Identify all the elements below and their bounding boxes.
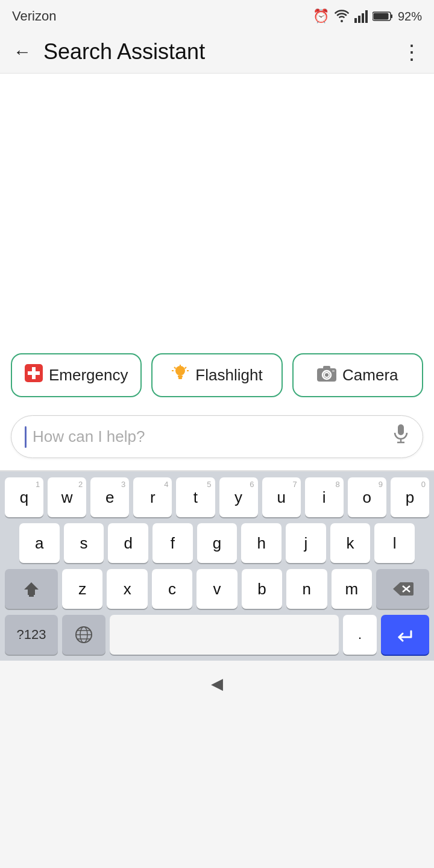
svg-point-10 — [175, 366, 185, 376]
key-q[interactable]: q1 — [5, 477, 43, 517]
battery-icon — [373, 11, 393, 22]
key-t[interactable]: t5 — [176, 477, 215, 517]
key-p[interactable]: p0 — [391, 477, 429, 517]
nav-bar: ◀ — [0, 661, 434, 704]
svg-rect-5 — [391, 14, 392, 18]
key-v[interactable]: v — [197, 569, 237, 609]
search-bar-wrap: How can I help? — [0, 408, 434, 470]
svg-rect-21 — [323, 366, 330, 369]
svg-rect-22 — [332, 370, 335, 372]
key-s[interactable]: s — [64, 523, 104, 563]
wifi-icon — [334, 10, 350, 23]
svg-rect-3 — [365, 10, 368, 23]
quick-actions: Emergency Flashlight — [0, 339, 434, 408]
keyboard-row-1: q1 w2 e3 r4 t5 y6 u7 i8 o9 p0 — [0, 477, 434, 517]
svg-line-14 — [174, 367, 176, 369]
mic-button[interactable] — [392, 424, 409, 449]
key-e[interactable]: e3 — [90, 477, 129, 517]
svg-rect-23 — [398, 424, 404, 435]
signal-icon — [354, 10, 368, 23]
camera-icon — [317, 365, 336, 386]
key-x[interactable]: x — [107, 569, 147, 609]
emergency-label: Emergency — [49, 366, 128, 385]
content-area — [0, 74, 434, 339]
key-o[interactable]: o9 — [348, 477, 386, 517]
flashlight-button[interactable]: Flashlight — [151, 353, 282, 397]
key-b[interactable]: b — [242, 569, 282, 609]
key-i[interactable]: i8 — [305, 477, 344, 517]
keyboard-row-bottom: ?123 . — [0, 615, 434, 661]
emergency-icon — [25, 364, 43, 386]
enter-icon — [394, 626, 416, 643]
mic-icon — [392, 424, 409, 445]
app-bar: ← Search Assistant ⋮ — [0, 30, 434, 74]
key-l[interactable]: l — [374, 523, 415, 563]
status-bar: Verizon ⏰ 92% — [0, 0, 434, 30]
key-g[interactable]: g — [197, 523, 237, 563]
search-placeholder: How can I help? — [33, 427, 392, 446]
page-title: Search Assistant — [43, 39, 205, 64]
key-u[interactable]: u7 — [262, 477, 301, 517]
svg-rect-1 — [358, 16, 360, 23]
globe-key[interactable] — [62, 615, 105, 655]
emergency-button[interactable]: Emergency — [11, 353, 142, 397]
key-d[interactable]: d — [108, 523, 148, 563]
key-a[interactable]: a — [19, 523, 60, 563]
nav-back-button[interactable]: ◀ — [211, 675, 223, 693]
key-k[interactable]: k — [330, 523, 371, 563]
svg-rect-2 — [362, 13, 364, 23]
key-w[interactable]: w2 — [48, 477, 86, 517]
battery-label: 92% — [398, 10, 422, 24]
carrier-label: Verizon — [12, 8, 56, 24]
status-icons: ⏰ 92% — [313, 8, 422, 24]
dot-key[interactable]: . — [343, 615, 377, 655]
globe-icon — [74, 625, 93, 644]
search-cursor — [25, 426, 27, 448]
key-c[interactable]: c — [152, 569, 192, 609]
shift-key[interactable] — [5, 569, 58, 609]
key-f[interactable]: f — [153, 523, 193, 563]
enter-key[interactable] — [381, 615, 429, 655]
svg-rect-9 — [28, 371, 40, 375]
svg-rect-6 — [373, 13, 388, 20]
keyboard: q1 w2 e3 r4 t5 y6 u7 i8 o9 p0 a s d f g … — [0, 471, 434, 661]
backspace-icon — [392, 581, 414, 597]
flashlight-icon — [171, 364, 189, 386]
key-m[interactable]: m — [332, 569, 372, 609]
camera-button[interactable]: Camera — [292, 353, 423, 397]
svg-rect-12 — [178, 377, 182, 379]
flashlight-label: Flashlight — [195, 366, 262, 385]
keyboard-row-2: a s d f g h j k l — [0, 523, 434, 563]
alarm-icon: ⏰ — [313, 8, 329, 24]
sym-key[interactable]: ?123 — [5, 615, 58, 655]
keyboard-row-3: z x c v b n m — [0, 569, 434, 609]
camera-label: Camera — [342, 366, 398, 385]
app-bar-left: ← Search Assistant — [11, 39, 205, 64]
space-key[interactable] — [110, 615, 339, 655]
more-button[interactable]: ⋮ — [401, 40, 423, 64]
backspace-key[interactable] — [376, 569, 429, 609]
svg-marker-26 — [24, 582, 39, 595]
key-z[interactable]: z — [62, 569, 102, 609]
search-bar[interactable]: How can I help? — [11, 415, 423, 458]
svg-rect-27 — [29, 595, 34, 597]
svg-rect-0 — [354, 18, 357, 23]
key-n[interactable]: n — [286, 569, 327, 609]
back-button[interactable]: ← — [11, 39, 34, 64]
svg-rect-11 — [178, 376, 183, 377]
svg-line-15 — [185, 367, 187, 369]
key-h[interactable]: h — [241, 523, 281, 563]
key-r[interactable]: r4 — [133, 477, 172, 517]
key-j[interactable]: j — [286, 523, 326, 563]
shift-icon — [23, 580, 40, 597]
key-y[interactable]: y6 — [219, 477, 258, 517]
